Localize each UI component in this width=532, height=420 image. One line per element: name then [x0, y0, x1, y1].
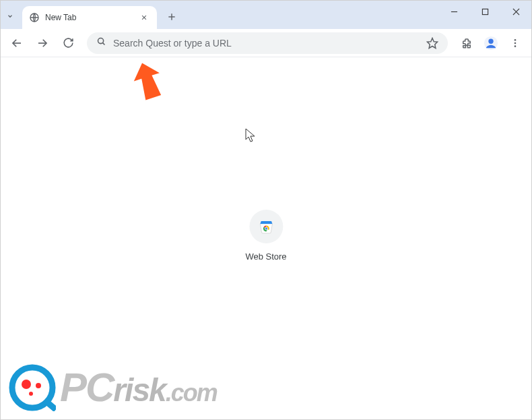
minimize-icon — [451, 8, 458, 16]
tab[interactable]: New Tab — [22, 6, 157, 29]
menu-button[interactable] — [504, 32, 526, 54]
globe-icon — [29, 12, 40, 23]
puzzle-icon — [461, 37, 473, 49]
watermark-pc: PC — [60, 367, 113, 408]
reload-button[interactable] — [57, 32, 79, 54]
omnibox[interactable] — [87, 32, 448, 54]
svg-point-26 — [36, 383, 41, 388]
svg-point-18 — [514, 45, 517, 47]
maximize-icon — [481, 8, 489, 16]
svg-point-16 — [514, 39, 517, 41]
svg-point-27 — [29, 392, 33, 396]
watermark-logo-icon — [9, 364, 56, 411]
watermark-risk: risk — [113, 374, 165, 407]
arrow-right-icon — [36, 37, 48, 49]
svg-marker-20 — [246, 129, 255, 142]
search-icon — [96, 36, 106, 49]
shortcut-icon-circle — [249, 210, 283, 243]
toolbar — [1, 29, 531, 57]
close-window-button[interactable] — [500, 1, 531, 22]
address-input[interactable] — [113, 38, 420, 49]
chevron-down-icon — [7, 13, 13, 20]
maximize-button[interactable] — [469, 1, 500, 22]
svg-rect-6 — [482, 9, 488, 14]
content-area: Web Store PC risk .com — [1, 57, 531, 419]
svg-line-12 — [102, 42, 104, 44]
star-icon — [426, 37, 438, 49]
close-icon — [512, 8, 520, 16]
profile-button[interactable] — [481, 34, 500, 53]
kebab-menu-icon — [510, 38, 521, 49]
profile-avatar-icon — [484, 36, 498, 51]
extensions-button[interactable] — [456, 32, 477, 54]
svg-point-25 — [22, 380, 31, 389]
reload-icon — [63, 37, 74, 49]
svg-marker-13 — [428, 38, 438, 48]
minimize-button[interactable] — [438, 1, 469, 22]
watermark: PC risk .com — [9, 364, 217, 411]
cursor-icon — [245, 128, 256, 143]
shortcut-tile-web-store[interactable]: Web Store — [245, 210, 286, 262]
svg-point-15 — [488, 38, 493, 43]
plus-icon — [167, 12, 176, 22]
browser-window: New Tab — [0, 0, 532, 420]
watermark-com: .com — [166, 381, 217, 405]
tab-close-button[interactable] — [138, 11, 150, 24]
arrow-left-icon — [11, 37, 23, 49]
annotation-arrow-icon — [132, 62, 164, 101]
close-icon — [141, 14, 147, 21]
shortcut-label: Web Store — [245, 251, 286, 262]
new-tab-button[interactable] — [162, 7, 181, 26]
web-store-icon — [258, 218, 274, 235]
tab-title: New Tab — [45, 13, 138, 22]
bookmark-button[interactable] — [426, 37, 438, 49]
svg-point-17 — [514, 42, 517, 44]
tab-strip: New Tab — [1, 1, 531, 29]
back-button[interactable] — [6, 32, 28, 54]
svg-marker-19 — [132, 62, 164, 101]
window-controls — [438, 1, 531, 22]
tab-search-button[interactable] — [1, 3, 20, 29]
forward-button[interactable] — [32, 32, 53, 54]
watermark-text: PC risk .com — [60, 367, 217, 408]
